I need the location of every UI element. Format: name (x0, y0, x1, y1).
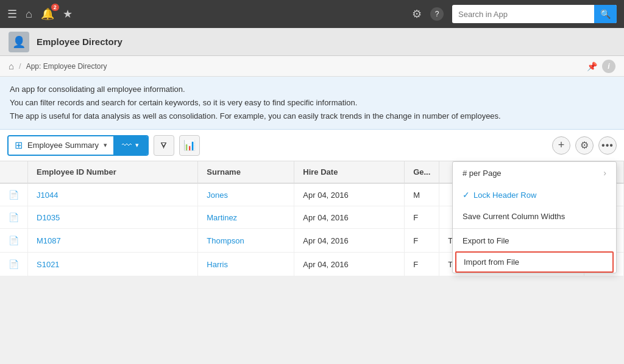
document-icon: 📄 (9, 190, 19, 200)
breadcrumb-home-icon[interactable]: ⌂ (9, 61, 14, 71)
col-gender[interactable]: Ge... (405, 161, 439, 183)
filter-button[interactable]: ⛛ (154, 135, 174, 156)
hire-date-cell: Apr 04, 2016 (294, 253, 405, 276)
row-icon-cell: 📄 (0, 229, 28, 253)
hire-date-cell: Apr 04, 2016 (294, 229, 405, 253)
info-banner: An app for consolidating all employee in… (0, 77, 624, 130)
document-icon: 📄 (9, 259, 19, 269)
gender-cell: M (405, 183, 439, 206)
col-hire-date[interactable]: Hire Date (294, 161, 405, 183)
filter-icon: ⛛ (159, 140, 169, 151)
app-header: 👤 Employee Directory (0, 28, 624, 56)
check-icon: ✓ (463, 190, 470, 200)
top-nav: ☰ ⌂ 🔔 2 ★ ⚙ ? 🔍 (0, 0, 624, 28)
toolbar-right: + ⚙ ••• (552, 136, 617, 155)
more-options-button[interactable]: ••• (598, 136, 617, 155)
app-title: Employee Directory (37, 37, 122, 47)
info-icon[interactable]: i (602, 60, 615, 73)
document-icon: 📄 (9, 212, 19, 222)
gender-cell: F (405, 229, 439, 253)
surname-cell[interactable]: Jones (198, 183, 294, 206)
bell-icon[interactable]: 🔔 2 (41, 7, 54, 21)
row-icon-cell: 📄 (0, 206, 28, 229)
employee-id-cell[interactable]: S1021 (28, 253, 198, 276)
export-label: Export to File (463, 236, 509, 245)
surname-cell[interactable]: Harris (198, 253, 294, 276)
menu-divider (453, 228, 616, 229)
search-button[interactable]: 🔍 (594, 5, 617, 23)
hire-date-cell: Apr 04, 2016 (294, 206, 405, 229)
document-icon: 📄 (9, 236, 19, 245)
info-line-2: You can filter records and search for ce… (10, 96, 614, 110)
per-page-arrow: › (603, 168, 606, 178)
view-chart-button[interactable]: 〰 ▾ (113, 136, 147, 155)
add-icon: + (558, 139, 565, 152)
menu-item-save-columns[interactable]: Save Current Column Widths (453, 206, 616, 227)
menu-item-per-page[interactable]: # per Page › (453, 162, 616, 184)
info-line-1: An app for consolidating all employee in… (10, 83, 614, 96)
hire-date-cell: Apr 04, 2016 (294, 183, 405, 206)
table-settings-button[interactable]: ⚙ (575, 136, 594, 155)
menu-icon[interactable]: ☰ (7, 7, 17, 21)
row-icon-cell: 📄 (0, 253, 28, 276)
app-icon: 👤 (9, 32, 29, 52)
info-line-3: The app is useful for data analysis as w… (10, 110, 614, 123)
more-icon: ••• (601, 140, 614, 151)
chart-dropdown-arrow: ▾ (135, 141, 139, 149)
breadcrumb-bar: ⌂ / App: Employee Directory 📌 i (0, 56, 624, 77)
pin-icon[interactable]: 📌 (587, 61, 597, 71)
save-columns-label: Save Current Column Widths (463, 212, 565, 221)
employee-id-cell[interactable]: M1087 (28, 229, 198, 253)
view-label: Employee Summary (27, 141, 99, 150)
chart-icon: 〰 (122, 140, 132, 151)
menu-item-export[interactable]: Export to File (453, 230, 616, 251)
home-icon[interactable]: ⌂ (26, 8, 32, 21)
star-icon[interactable]: ★ (63, 7, 73, 21)
lock-header-label: Lock Header Row (473, 191, 536, 200)
employee-id-cell[interactable]: D1035 (28, 206, 198, 229)
add-record-button[interactable]: + (552, 136, 570, 155)
bar-chart-icon: 📊 (183, 139, 196, 151)
chart-button[interactable]: 📊 (179, 135, 200, 156)
per-page-label: # per Page (463, 169, 502, 178)
view-dropdown-arrow: ▾ (104, 141, 107, 149)
menu-item-lock-header[interactable]: ✓ Lock Header Row (453, 184, 616, 206)
surname-cell[interactable]: Martinez (198, 206, 294, 229)
view-main-button[interactable]: ⊞ Employee Summary ▾ (9, 136, 113, 155)
dropdown-menu: # per Page › ✓ Lock Header Row Save Curr… (452, 161, 617, 273)
view-selector: ⊞ Employee Summary ▾ 〰 ▾ (7, 135, 149, 156)
notification-badge: 2 (51, 4, 59, 11)
gender-cell: F (405, 253, 439, 276)
search-bar: 🔍 (452, 5, 617, 23)
col-icon (0, 161, 28, 183)
menu-item-import[interactable]: Import from File (455, 251, 614, 273)
breadcrumb-path: App: Employee Directory (26, 62, 107, 71)
breadcrumb-separator: / (19, 61, 21, 71)
gear-icon: ⚙ (580, 139, 589, 151)
view-grid-icon: ⊞ (15, 139, 23, 151)
row-icon-cell: 📄 (0, 183, 28, 206)
settings-icon[interactable]: ⚙ (412, 7, 422, 21)
col-employee-id[interactable]: Employee ID Number (28, 161, 198, 183)
gender-cell: F (405, 206, 439, 229)
search-input[interactable] (452, 6, 594, 23)
col-surname[interactable]: Surname (198, 161, 294, 183)
toolbar: ⊞ Employee Summary ▾ 〰 ▾ ⛛ 📊 + ⚙ ••• # p… (0, 130, 624, 161)
surname-cell[interactable]: Thompson (198, 229, 294, 253)
employee-id-cell[interactable]: J1044 (28, 183, 198, 206)
import-label: Import from File (464, 257, 519, 267)
help-icon[interactable]: ? (430, 7, 444, 21)
